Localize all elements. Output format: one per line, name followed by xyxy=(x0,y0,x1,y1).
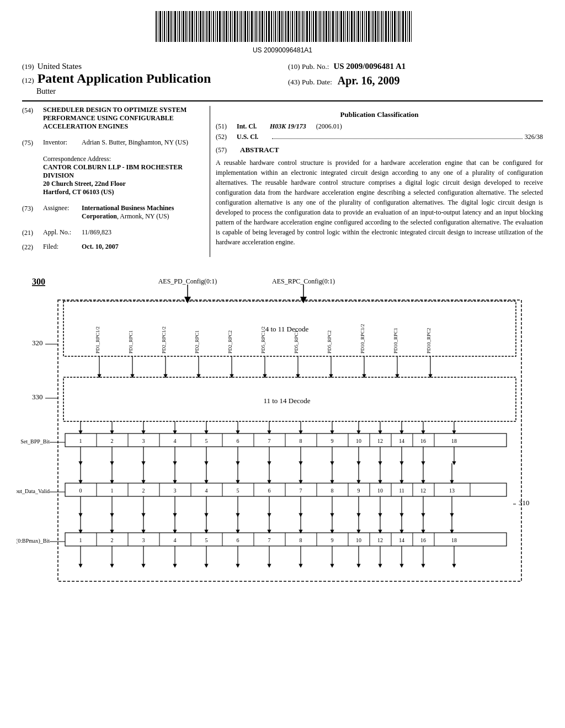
cyc-n2: 2 xyxy=(111,537,114,543)
col-pd1-rpc12: PD1_RPC1/2 xyxy=(95,326,100,354)
field-22-num: (22) xyxy=(22,243,43,251)
barcode-image: /* inline SVG bars */ xyxy=(150,10,415,45)
svg-rect-87 xyxy=(339,11,339,42)
svg-text:PD5_RPC2: PD5_RPC2 xyxy=(327,330,332,354)
field-73-label: Assignee: xyxy=(43,204,82,221)
svg-rect-117 xyxy=(402,11,404,42)
svg-rect-8 xyxy=(170,11,172,42)
svg-rect-64 xyxy=(290,11,291,42)
header-right: (10) Pub. No.: US 2009/0096481 A1 (43) P… xyxy=(277,62,543,87)
svg-rect-20 xyxy=(196,11,197,42)
cyc-n1: 1 xyxy=(79,537,82,543)
svg-rect-66 xyxy=(294,11,295,42)
svg-rect-114 xyxy=(397,11,397,42)
id-n5: 5 xyxy=(237,488,239,494)
abstract-header: (57) ABSTRACT xyxy=(216,146,543,154)
id-n13: 13 xyxy=(449,488,455,494)
svg-rect-30 xyxy=(217,11,218,42)
svg-rect-34 xyxy=(226,11,227,42)
right-column: Publication Classification (51) Int. Cl.… xyxy=(210,106,543,257)
header-divider xyxy=(22,100,543,101)
svg-rect-112 xyxy=(392,11,393,42)
svg-rect-50 xyxy=(259,11,260,42)
id-n6: 6 xyxy=(268,488,271,494)
svg-text:PD10_RPC1/2: PD10_RPC1/2 xyxy=(360,324,365,354)
abstract-text: A reusable hardware control structure is… xyxy=(216,158,543,247)
label-330: 330 xyxy=(32,393,43,401)
svg-rect-81 xyxy=(326,11,327,42)
svg-rect-12 xyxy=(179,11,180,42)
svg-rect-71 xyxy=(305,11,305,42)
svg-rect-58 xyxy=(277,11,278,42)
svg-rect-74 xyxy=(311,11,312,42)
col-pd10-rpc1: PD10_RPC1 xyxy=(393,328,398,354)
svg-rect-100 xyxy=(366,11,367,42)
cyc-n16: 16 xyxy=(420,537,426,543)
sbpp-n10: 10 xyxy=(356,438,361,444)
svg-rect-73 xyxy=(309,11,310,42)
svg-rect-22 xyxy=(200,11,201,42)
sbpp-n16: 16 xyxy=(420,438,426,444)
svg-rect-90 xyxy=(345,11,346,42)
abstract-title: ABSTRACT xyxy=(240,146,279,154)
cyc-n6: 6 xyxy=(237,537,239,543)
svg-rect-32 xyxy=(222,11,222,42)
col-pd10-rpc12: PD10_RPC1/2 xyxy=(360,324,365,354)
cyc-label: Cyc_(0:BPmax)_Bit xyxy=(17,538,50,544)
label-320: 320 xyxy=(32,339,43,347)
col-pd5-rpc12: PD5_RPC1/2 xyxy=(260,326,266,354)
correspondence-address: Correspondence Address: CANTOR COLBURN L… xyxy=(43,155,193,196)
svg-rect-93 xyxy=(351,11,353,42)
svg-rect-96 xyxy=(358,11,359,42)
patent-app-pub: Patent Application Publication xyxy=(38,71,211,86)
cyc-n12: 12 xyxy=(377,537,383,543)
svg-rect-57 xyxy=(275,11,276,42)
svg-rect-111 xyxy=(390,11,391,42)
pub-no-value: US 2009/0096481 A1 xyxy=(333,62,406,71)
svg-rect-19 xyxy=(194,11,195,42)
svg-rect-76 xyxy=(315,11,317,42)
id-n9: 9 xyxy=(358,488,360,494)
int-cl-row: (51) Int. Cl. H03K 19/173 (2006.01) xyxy=(216,122,543,131)
svg-rect-55 xyxy=(271,11,272,42)
svg-rect-101 xyxy=(368,11,370,42)
left-column: (54) SCHEDULER DESIGN TO OPTIMIZE SYSTEM… xyxy=(22,106,199,257)
id-n12: 12 xyxy=(420,488,426,494)
svg-rect-118 xyxy=(405,11,406,42)
svg-rect-27 xyxy=(211,11,212,42)
corr-line3: Hartford, CT 06103 (US) xyxy=(43,188,193,196)
svg-rect-94 xyxy=(354,11,355,42)
svg-rect-79 xyxy=(322,11,322,42)
svg-text:PD10_RPC2: PD10_RPC2 xyxy=(426,328,431,354)
id-n7: 7 xyxy=(300,488,302,494)
sbpp-n14: 14 xyxy=(399,438,404,444)
svg-rect-46 xyxy=(251,11,253,42)
svg-rect-52 xyxy=(264,11,265,42)
diagram-section: 300 AES_PD_Config(0:1) AES_RPC_Config(0:… xyxy=(0,257,565,607)
svg-rect-28 xyxy=(213,11,214,42)
col-pd2-rpc1: PD2_RPC1 xyxy=(194,330,200,354)
corr-line1: CANTOR COLBURN LLP - IBM ROCHESTER DIVIS… xyxy=(43,163,193,180)
header-section: (19) United States (12) Patent Applicati… xyxy=(0,56,565,96)
svg-rect-24 xyxy=(205,11,205,42)
svg-rect-91 xyxy=(347,11,348,42)
pub-class-title: Publication Classification xyxy=(216,110,543,119)
label-19: (19) xyxy=(22,62,34,71)
svg-rect-85 xyxy=(335,11,335,42)
cyc-n5: 5 xyxy=(205,537,208,543)
field-75-label: Inventor: xyxy=(43,138,82,147)
sbpp-n2: 2 xyxy=(111,438,114,444)
svg-rect-104 xyxy=(375,11,376,42)
usc-label: U.S. Cl. xyxy=(237,133,270,141)
svg-rect-59 xyxy=(279,11,280,42)
svg-text:PD10_RPC1: PD10_RPC1 xyxy=(393,328,398,354)
svg-rect-82 xyxy=(328,11,329,42)
pub-date-label: (43) Pub. Date: xyxy=(288,78,332,87)
svg-rect-106 xyxy=(380,11,380,42)
field-21-label: Appl. No.: xyxy=(43,228,82,237)
sbpp-n3: 3 xyxy=(142,438,145,444)
pub-date-value: Apr. 16, 2009 xyxy=(338,74,400,87)
svg-rect-44 xyxy=(247,11,248,42)
svg-rect-38 xyxy=(234,11,236,42)
id-n4: 4 xyxy=(205,488,208,494)
